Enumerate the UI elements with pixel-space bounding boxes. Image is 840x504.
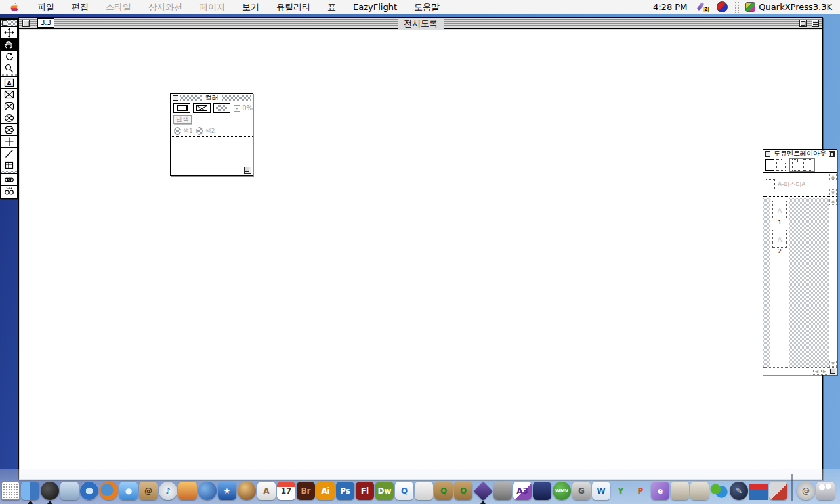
dock-itunes-icon[interactable]: ♪	[159, 481, 177, 501]
dock-dvd-player-icon[interactable]	[198, 481, 217, 501]
resize-grow-icon[interactable]	[829, 368, 837, 375]
master-page-row[interactable]: A-마스터A ▲ ▼	[763, 173, 837, 197]
dock-adobe-photoshop-icon[interactable]: Ps	[336, 481, 354, 501]
dock-droplet-utility-1-icon[interactable]	[671, 481, 689, 501]
zoom-icon[interactable]	[829, 151, 835, 157]
dock-firefox-icon[interactable]	[100, 481, 118, 501]
active-app-name[interactable]: QuarkXPress3.3K	[759, 2, 835, 12]
rotation-tool[interactable]	[1, 51, 17, 62]
dock-quicktime-icon[interactable]: Q	[395, 481, 413, 501]
dock-adobe-dreamweaver-icon[interactable]: Dw	[375, 481, 394, 501]
dock-cocktail-utility-icon[interactable]	[769, 481, 788, 501]
dock-clamp-app-icon[interactable]: G	[572, 481, 591, 501]
menu-item-도움말[interactable]: 도움말	[406, 0, 448, 14]
colors-palette-titlebar[interactable]: 컬러	[171, 94, 253, 102]
menu-item-편집[interactable]: 편집	[63, 0, 97, 14]
layout-palette-titlebar[interactable]: 도큐멘트레이아웃	[763, 150, 837, 158]
color-swatch-색1[interactable]: 색1	[174, 127, 193, 135]
shade-dropdown[interactable]: ▸ 0%	[234, 104, 253, 112]
orthogonal-line-tool[interactable]	[1, 136, 17, 148]
pages-horizontal-scrollbar[interactable]: ◀ ▶	[763, 367, 837, 375]
menu-item-EazyFlight[interactable]: EazyFlight	[345, 0, 406, 14]
dock-dashboard-icon[interactable]	[41, 481, 59, 501]
dock-ical-icon[interactable]: 17	[277, 481, 295, 501]
page-thumbnail-icon[interactable]: A	[772, 201, 787, 219]
line-tool[interactable]	[1, 148, 17, 159]
master-page-blank-icon[interactable]	[803, 159, 812, 171]
dock-address-book-icon[interactable]: @	[139, 481, 158, 501]
dock-mail-at-app-icon[interactable]: @	[797, 481, 815, 501]
item-tool[interactable]	[1, 27, 17, 39]
dock-quark-installer-2-icon[interactable]: Q	[454, 481, 472, 501]
frame-color-button[interactable]	[173, 103, 190, 113]
dock-apple-white-app-icon[interactable]	[415, 481, 433, 501]
rect-picture-box-tool[interactable]	[1, 89, 17, 100]
polygon-picture-box-tool[interactable]	[1, 124, 17, 136]
content-tool[interactable]	[1, 39, 17, 51]
menu-item-보기[interactable]: 보기	[234, 0, 268, 14]
unlinking-tool[interactable]	[1, 186, 17, 198]
menu-clock[interactable]: 4:28 PM	[646, 2, 694, 12]
document-canvas[interactable]	[20, 30, 822, 479]
dock-mail-bird-app-icon[interactable]	[60, 481, 79, 501]
master-page-a-icon[interactable]	[792, 159, 801, 171]
tool-palette[interactable]: A	[0, 18, 18, 199]
dock-adobe-flash-icon[interactable]: Fl	[356, 481, 374, 501]
close-icon[interactable]	[173, 95, 178, 101]
oval-picture-box-tool[interactable]	[1, 112, 17, 124]
scroll-right-icon[interactable]: ▶	[821, 368, 828, 375]
scroll-down-icon[interactable]: ▼	[830, 360, 837, 367]
page-item-1[interactable]: A1	[772, 201, 787, 226]
close-icon[interactable]	[2, 20, 7, 26]
scroll-up-icon[interactable]: ▲	[830, 173, 837, 180]
dock-trash-full-icon[interactable]	[816, 481, 835, 501]
solid-color-button[interactable]: 단색	[173, 115, 192, 124]
document-titlebar[interactable]: 3.3 전시도록	[19, 18, 822, 29]
korean-input-swirl-icon[interactable]	[717, 1, 728, 12]
pages-area[interactable]: A1A2 ▲ ▼	[763, 198, 837, 367]
close-box[interactable]	[22, 20, 30, 27]
blank-page-icon[interactable]	[765, 159, 774, 171]
dock-textedit-icon[interactable]: A	[257, 481, 276, 501]
box-color-button[interactable]	[193, 103, 210, 113]
menu-item-파일[interactable]: 파일	[29, 0, 63, 14]
shade-fill-button[interactable]	[213, 103, 230, 113]
scroll-up-icon[interactable]: ▲	[830, 198, 837, 205]
dock-green-office-app-icon[interactable]: Y	[612, 481, 630, 501]
dock-entourage-icon[interactable]: e	[651, 481, 669, 501]
dock-finder-icon[interactable]	[21, 481, 39, 501]
dock-desktop-widget-icon[interactable]	[1, 481, 20, 501]
table-tool[interactable]	[1, 159, 17, 171]
master-scrollbar[interactable]: ▲ ▼	[829, 173, 837, 196]
page-column[interactable]: A1A2	[770, 198, 789, 367]
dock-quarkxpress-icon[interactable]	[474, 481, 492, 501]
quarkxpress-app-icon[interactable]	[746, 2, 755, 12]
scroll-left-icon[interactable]: ◀	[813, 368, 820, 375]
page-item-2[interactable]: A2	[772, 230, 787, 255]
dock-appleworks-icon[interactable]: ✎	[730, 481, 748, 501]
tool-palette-dragbar[interactable]	[1, 20, 17, 27]
dock-quark-installer-1-icon[interactable]: Q	[434, 481, 453, 501]
apple-logo-icon[interactable]	[9, 2, 20, 12]
dock-imovie-icon[interactable]: ★	[218, 481, 236, 501]
dock-droplet-utility-2-icon[interactable]	[690, 481, 709, 501]
document-layout-palette[interactable]: 도큐멘트레이아웃 A-마스터A ▲ ▼ A1A2 ▲ ▼	[763, 149, 837, 375]
dock-ms-powerpoint-icon[interactable]: P	[631, 481, 650, 501]
colors-palette[interactable]: 컬러 ▸ 0% 단색 색1색2	[170, 93, 253, 176]
dock-toolbox-app-icon[interactable]	[533, 481, 551, 501]
dock-ms-word-icon[interactable]: W	[592, 481, 610, 501]
dock-iphoto-icon[interactable]	[178, 481, 197, 501]
dock-adobe-bridge-icon[interactable]: Br	[297, 481, 315, 501]
scroll-down-icon[interactable]: ▼	[830, 189, 837, 196]
color-swatch-색2[interactable]: 색2	[196, 127, 215, 135]
dock-msn-messenger-icon[interactable]	[710, 481, 728, 501]
dock-font-a3-app-icon[interactable]: A3	[513, 481, 532, 501]
dock-chart-app-icon[interactable]	[749, 481, 768, 501]
pages-vertical-scrollbar[interactable]: ▲ ▼	[829, 198, 837, 367]
menu-item-표[interactable]: 표	[319, 0, 345, 14]
document-window[interactable]: 3.3 전시도록	[18, 17, 823, 480]
page-thumbnail-icon[interactable]: A	[772, 230, 787, 248]
linking-tool[interactable]	[1, 174, 17, 186]
input-method-pencil-icon[interactable]: 2	[698, 1, 709, 12]
dock-adobe-illustrator-icon[interactable]: Ai	[316, 481, 335, 501]
